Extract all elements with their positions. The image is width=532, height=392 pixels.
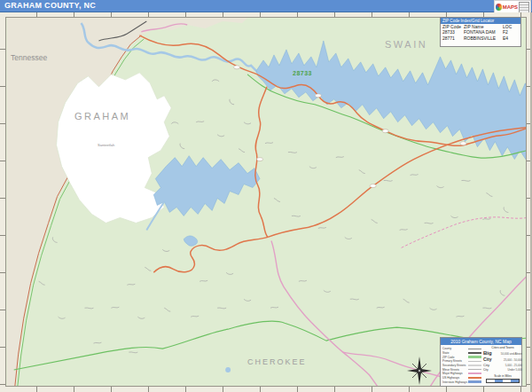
zip-name-value: ROBBINSVILLE — [464, 35, 501, 41]
line-sample — [468, 380, 481, 383]
legend-box: 2010 Graham County, NC Map County State … — [440, 337, 522, 387]
line-sample — [468, 352, 481, 354]
map-document: GRAHAM COUNTY, NC MAPS — [0, 0, 532, 392]
legend-cities: Cities and Towns Big50,000 and Above Cit… — [483, 346, 522, 383]
frame-ruler-right — [527, 12, 532, 392]
table-row: 28771 ROBBINSVILLE E4 — [441, 35, 520, 41]
line-sample — [468, 361, 481, 363]
line-sample — [468, 365, 481, 366]
line-sample — [468, 349, 481, 350]
cities-header: Cities and Towns — [483, 346, 522, 349]
city-class-row: Big50,000 and Above — [483, 350, 522, 356]
legend-header: 2010 Graham County, NC Map — [441, 338, 521, 345]
scale-bar — [486, 379, 520, 383]
logo-text: MAPS — [503, 4, 518, 10]
page-title: GRAHAM COUNTY, NC — [4, 1, 96, 10]
frame-ruler-bottom — [0, 387, 532, 392]
logo-info-box — [519, 2, 529, 13]
compass-rose-icon — [404, 353, 434, 388]
city-class-row: CityUnder 5,000 — [483, 368, 522, 372]
small-pond — [225, 367, 231, 372]
scale-label: Scale in Miles — [483, 374, 522, 378]
zip-value: 28771 — [442, 35, 462, 41]
line-sample — [468, 369, 481, 370]
zip-index-table: ZIP Code Index/Grid Locator ZIP Code ZIP… — [440, 17, 521, 47]
legend-item: Interstate Highways — [442, 380, 481, 385]
line-sample — [468, 356, 481, 358]
city-class-row: City5,000 - 25,000 — [483, 363, 522, 367]
legend-line-items: County State ZIP Code Primary Streets Se… — [442, 347, 481, 384]
zip-loc-value: E4 — [503, 35, 515, 41]
title-bar: GRAHAM COUNTY, NC — [0, 0, 532, 12]
logo-swirl-icon — [496, 4, 502, 11]
line-sample — [468, 377, 481, 379]
line-sample — [468, 372, 481, 374]
zip-index-header: ZIP Code Index/Grid Locator — [441, 18, 520, 24]
county-map-svg — [6, 18, 527, 387]
map-canvas — [5, 17, 527, 387]
city-class-row: City25,000 - 50,000 — [483, 357, 522, 362]
